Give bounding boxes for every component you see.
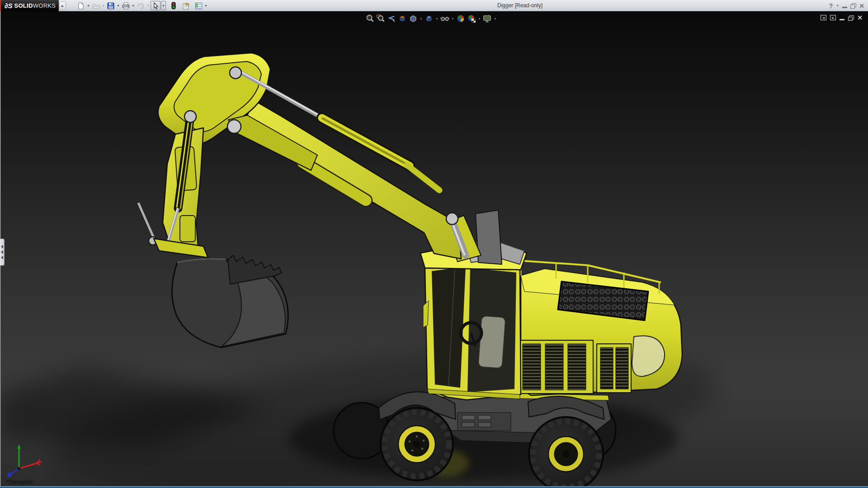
document-window-controls: ◄ ► ✕: [821, 14, 863, 21]
solidworks-window: ∂S SOLID WORKS ▸ ▼ ▼: [0, 0, 868, 488]
undo-button[interactable]: [136, 1, 146, 10]
print-button[interactable]: [121, 1, 131, 10]
tile-right-button[interactable]: ►: [830, 15, 836, 20]
document-minimize-button[interactable]: [840, 19, 844, 20]
file-properties-icon: [182, 2, 190, 9]
undo-icon: [137, 2, 145, 9]
select-button[interactable]: [151, 1, 160, 10]
rebuild-button[interactable]: [169, 1, 179, 10]
open-icon: [92, 2, 100, 9]
engine-housing[interactable]: [496, 261, 682, 395]
select-cursor-icon: [152, 2, 159, 9]
display-style-button[interactable]: [424, 14, 434, 23]
collapse-arrow-icon: [1, 245, 3, 249]
view-orientation-icon: [409, 14, 418, 23]
view-orientation-button[interactable]: [408, 14, 419, 23]
3d-model-canvas[interactable]: [0, 11, 868, 488]
x-axis-arrow: [37, 460, 42, 465]
edit-appearance-button[interactable]: [455, 14, 466, 23]
eyeglasses-icon: [440, 14, 450, 23]
solidworks-logo: ∂S SOLID WORKS: [1, 0, 59, 11]
zoom-to-area-button[interactable]: [375, 14, 386, 23]
save-dropdown[interactable]: ▼: [116, 1, 121, 10]
zoom-to-area-icon: [376, 14, 385, 23]
options-icon: [195, 2, 203, 9]
y-axis-arrow: [17, 444, 21, 449]
section-view-button[interactable]: [397, 14, 408, 23]
document-restore-button[interactable]: [848, 15, 854, 20]
save-button[interactable]: [106, 1, 116, 10]
new-document-dropdown[interactable]: ▼: [86, 1, 91, 10]
status-bar-edge: [0, 486, 868, 488]
boom[interactable]: [158, 53, 461, 259]
close-button[interactable]: ✕: [859, 2, 864, 9]
new-document-button[interactable]: [76, 1, 86, 10]
collapse-arrow-icon: [1, 256, 3, 259]
print-dropdown[interactable]: ▼: [131, 1, 136, 10]
previous-view-button[interactable]: [386, 14, 397, 23]
hide-show-items-button[interactable]: [439, 14, 450, 23]
options-dropdown[interactable]: ▼: [203, 1, 208, 10]
apply-scene-button[interactable]: [466, 14, 477, 23]
zoom-to-fit-button[interactable]: [364, 14, 375, 23]
document-title: Digger [Read-only]: [497, 0, 542, 11]
open-dropdown[interactable]: ▼: [101, 1, 106, 10]
options-button[interactable]: [193, 1, 203, 10]
traffic-light-icon: [171, 2, 176, 9]
orientation-triad: [0, 443, 54, 481]
help-button[interactable]: ?: [829, 2, 833, 9]
apply-scene-icon: [467, 14, 476, 23]
front-wheel[interactable]: [381, 408, 453, 480]
rear-wheel[interactable]: [529, 417, 603, 488]
previous-view-icon: [387, 14, 396, 23]
main-toolbar: ▼ ▼ ▼: [76, 1, 208, 10]
new-document-icon: [77, 2, 85, 9]
collapse-arrow-icon: [1, 250, 3, 254]
cab[interactable]: [420, 239, 527, 400]
restore-button[interactable]: [850, 3, 856, 8]
document-close-button[interactable]: ✕: [857, 14, 863, 21]
appearance-ball-icon: [456, 14, 465, 23]
bucket[interactable]: [172, 255, 288, 347]
view-orientation-dropdown[interactable]: ▼: [419, 14, 424, 23]
view-settings-button[interactable]: [482, 14, 493, 23]
view-settings-icon: [483, 14, 492, 23]
display-style-dropdown[interactable]: ▼: [434, 14, 439, 23]
display-style-icon: [425, 14, 434, 23]
zoom-to-fit-icon: [365, 14, 374, 23]
brand-text-bold: SOLID: [14, 2, 33, 9]
titlebar: ∂S SOLID WORKS ▸ ▼ ▼: [0, 0, 868, 11]
file-properties-button[interactable]: [181, 1, 191, 10]
save-icon: [107, 2, 114, 9]
z-axis-tip: [7, 473, 12, 477]
menu-expand-button[interactable]: ▸: [59, 1, 66, 10]
hide-show-items-dropdown[interactable]: ▼: [450, 14, 455, 23]
apply-scene-dropdown[interactable]: ▼: [477, 14, 482, 23]
print-icon: [122, 2, 130, 9]
headsup-view-toolbar: ▼ ▼ ▼: [364, 13, 498, 24]
brand-text-light: WORKS: [33, 2, 56, 9]
help-dropdown[interactable]: ▼: [836, 4, 839, 7]
tile-left-button[interactable]: ◄: [821, 15, 826, 20]
undo-dropdown[interactable]: ▼: [146, 1, 151, 10]
minimize-button[interactable]: [842, 7, 847, 8]
feature-manager-splitter[interactable]: [0, 239, 5, 266]
section-view-icon: [398, 14, 407, 23]
window-controls: ? ▼ ✕: [829, 0, 864, 11]
select-dropdown[interactable]: ▼: [161, 1, 166, 10]
open-button[interactable]: [91, 1, 101, 10]
view-orientation-label: *Dimetric: [6, 478, 33, 486]
view-settings-dropdown[interactable]: ▼: [493, 14, 498, 23]
graphics-viewport[interactable]: ▼ ▼ ▼: [0, 11, 868, 488]
solidworks-logo-icon: ∂S: [5, 2, 12, 9]
